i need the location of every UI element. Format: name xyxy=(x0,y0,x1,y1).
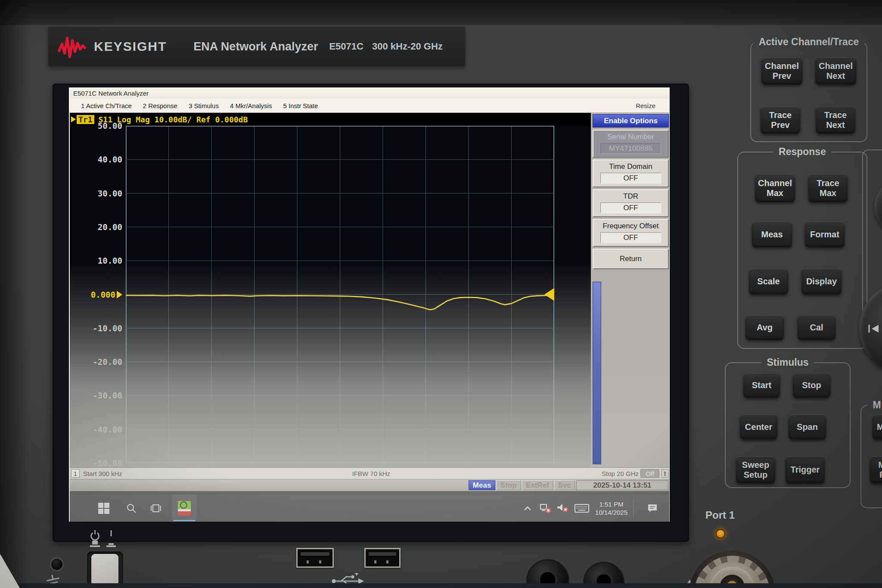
usb-port-2 xyxy=(364,548,401,568)
softkey-frequency-offset[interactable]: Frequency OffsetOFF xyxy=(593,219,669,247)
extref-status-badge: ExtRef xyxy=(522,480,553,490)
softkey-scroll-strip xyxy=(593,282,601,464)
avg-button[interactable]: Avg xyxy=(745,315,784,340)
model-number: E5071C xyxy=(329,41,363,52)
y-tick-label: -20.00 xyxy=(93,357,122,367)
stop-status-badge: Stop xyxy=(497,480,521,490)
softkey-menu-header: Enable Options xyxy=(593,114,669,128)
y-tick-label: 50.00 xyxy=(98,121,122,131)
touch-keyboard-tray-icon[interactable] xyxy=(575,503,589,513)
graticule-plot xyxy=(126,126,554,463)
marker-fctn-button-partial[interactable]: Mar Fct xyxy=(870,456,882,483)
tray-expand-button[interactable] xyxy=(523,504,532,512)
marker-button-partial[interactable]: Ma xyxy=(873,414,882,439)
menu-items: 1 Active Ch/Trace2 Response3 Stimulus4 M… xyxy=(70,102,318,109)
meas-status-badge: Meas xyxy=(469,480,495,490)
network-tray-icon[interactable] xyxy=(539,502,552,514)
y-tick-label: 30.00 xyxy=(98,189,122,198)
port1-led xyxy=(716,529,725,538)
start-button[interactable]: Start xyxy=(743,373,780,398)
datetime-readout: 2025-10-14 13:51 xyxy=(576,480,668,490)
instrument-top-edge xyxy=(0,0,882,25)
brand-name: KEYSIGHT xyxy=(94,39,167,54)
span-button[interactable]: Span xyxy=(789,414,826,439)
menu-item-4[interactable]: 4 Mkr/Analysis xyxy=(230,102,272,109)
center-button[interactable]: Center xyxy=(740,414,777,439)
taskbar-clock[interactable]: 1:51 PM 10/14/2025 xyxy=(595,500,627,516)
softkey-menu: Enable Options Serial NumberMY47100885Ti… xyxy=(591,113,670,467)
product-name: ENA Network Analyzer xyxy=(193,40,318,53)
softkey-label: Serial Number xyxy=(596,133,665,141)
trace-header: Tr1 S11 Log Mag 10.00dB/ Ref 0.000dB xyxy=(70,113,591,126)
resize-control[interactable]: Resize xyxy=(636,102,655,109)
menu-item-1[interactable]: 1 Active Ch/Trace xyxy=(81,102,132,109)
trace-max-button[interactable]: Trace Max xyxy=(808,174,848,202)
softkey-label: TDR xyxy=(596,192,665,201)
volume-tray-icon[interactable] xyxy=(556,502,569,514)
y-tick-label: 20.00 xyxy=(98,222,122,232)
softkey-value: OFF xyxy=(600,232,662,243)
search-button[interactable] xyxy=(126,503,137,514)
trace-prev-button[interactable]: Trace Prev xyxy=(761,106,800,134)
menu-item-5[interactable]: 5 Instr State xyxy=(283,102,318,109)
format-button[interactable]: Format xyxy=(805,221,845,247)
softkey-value: MY47100885 xyxy=(600,143,662,154)
trace-next-button[interactable]: Trace Next xyxy=(816,106,855,134)
task-view-icon xyxy=(150,503,162,513)
meas-button[interactable]: Meas xyxy=(752,221,792,247)
ref-level-marker-icon xyxy=(117,291,122,299)
softkey-label: Return xyxy=(596,255,665,263)
y-tick-label: -40.00 xyxy=(93,425,122,434)
action-center-button[interactable] xyxy=(647,503,658,514)
section-title: Response xyxy=(773,146,831,158)
y-axis-labels: 50.0040.0030.0020.0010.000.000-10.00-20.… xyxy=(70,126,122,463)
clock-time: 1:51 PM xyxy=(595,500,627,508)
stop-button[interactable]: Stop xyxy=(793,373,830,398)
section-title: Stimulus xyxy=(761,357,814,368)
channel-next-button[interactable]: Channel Next xyxy=(815,57,856,84)
instrument-status-bar: Meas Stop ExtRef Svc 2025-10-14 13:51 xyxy=(70,479,670,491)
port1-label: Port 1 xyxy=(705,509,735,521)
ref-level-marker-right-icon xyxy=(544,288,554,301)
channel-status-bar: 1 Start 300 kHz IFBW 70 kHz Stop 20 GHz … xyxy=(70,467,670,479)
menu-item-3[interactable]: 3 Stimulus xyxy=(189,102,219,109)
instrument-front-panel: KEYSIGHT ENA Network Analyzer E5071C 300… xyxy=(0,0,882,588)
chevron-up-icon xyxy=(523,504,532,512)
off-badge: Off xyxy=(640,469,659,478)
start-button[interactable] xyxy=(98,503,109,514)
power-standby-icons xyxy=(89,529,126,548)
section-title: M xyxy=(867,399,882,411)
trace-plot-svg xyxy=(126,126,554,463)
bottom-rail xyxy=(17,583,882,588)
analyzer-app-taskbar-button[interactable] xyxy=(172,495,197,522)
channel-max-button[interactable]: Channel Max xyxy=(755,174,795,202)
app-title: E5071C Network Analyzer xyxy=(73,90,149,97)
section-title: Active Channel/Trace xyxy=(754,36,864,48)
sweep-setup-button[interactable]: Sweep Setup xyxy=(736,456,775,483)
status-taskbar-seam xyxy=(70,491,670,495)
scale-button[interactable]: Scale xyxy=(749,268,788,294)
alert-badge: ! xyxy=(661,469,669,478)
cal-button[interactable]: Cal xyxy=(798,315,835,340)
table-surface xyxy=(0,546,20,588)
trigger-button[interactable]: Trigger xyxy=(786,456,825,483)
lcd-screen: E5071C Network Analyzer 1 Active Ch/Trac… xyxy=(69,87,670,522)
notification-icon xyxy=(647,503,658,514)
left-edge-shadow xyxy=(0,0,30,588)
power-button[interactable] xyxy=(91,554,118,586)
usb-port-1 xyxy=(296,548,334,568)
app-title-bar: E5071C Network Analyzer xyxy=(70,87,669,99)
softkey-return[interactable]: Return xyxy=(593,249,669,269)
softkey-value: OFF xyxy=(600,173,662,184)
y-tick-label: 10.00 xyxy=(98,256,122,265)
channel-prev-button[interactable]: Channel Prev xyxy=(761,57,802,84)
display-button[interactable]: Display xyxy=(801,268,842,294)
windows-logo-icon xyxy=(98,503,109,514)
frequency-range: 300 kHz-20 GHz xyxy=(372,41,443,52)
softkey-tdr[interactable]: TDROFF xyxy=(593,189,669,217)
softkey-time-domain[interactable]: Time DomainOFF xyxy=(593,159,669,187)
trace-name-badge[interactable]: Tr1 xyxy=(77,115,94,124)
network-disconnected-icon xyxy=(539,502,552,514)
task-view-button[interactable] xyxy=(150,503,162,513)
menu-item-2[interactable]: 2 Response xyxy=(143,102,177,109)
